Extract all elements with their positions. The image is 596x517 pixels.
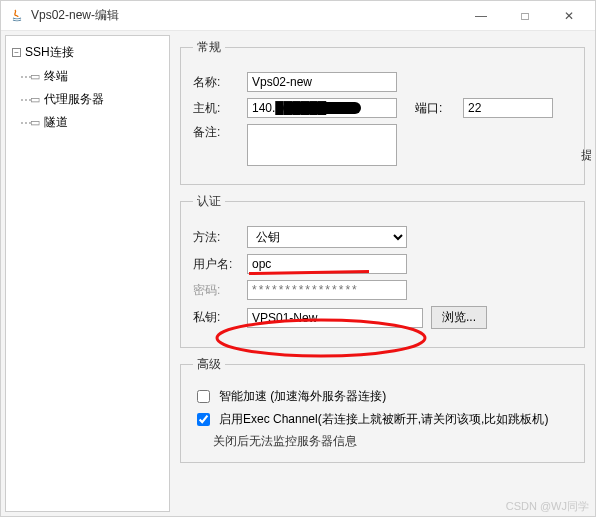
collapse-icon[interactable]: − bbox=[12, 48, 21, 57]
label-host: 主机: bbox=[193, 100, 239, 117]
minimize-button[interactable]: — bbox=[459, 2, 503, 30]
name-input[interactable] bbox=[247, 72, 397, 92]
tree-item-terminal[interactable]: ⋯ ▭ 终端 bbox=[6, 65, 169, 88]
accel-checkbox[interactable] bbox=[197, 390, 210, 403]
group-auth: 认证 方法: 公钥 用户名: 密码: 私钥: bbox=[180, 193, 585, 348]
remark-input[interactable] bbox=[247, 124, 397, 166]
close-button[interactable]: ✕ bbox=[547, 2, 591, 30]
method-select[interactable]: 公钥 bbox=[247, 226, 407, 248]
tree-item-label: 代理服务器 bbox=[44, 91, 104, 108]
exec-checkbox[interactable] bbox=[197, 413, 210, 426]
label-method: 方法: bbox=[193, 229, 239, 246]
label-key: 私钥: bbox=[193, 309, 239, 326]
tree-item-tunnel[interactable]: ⋯ ▭ 隧道 bbox=[6, 111, 169, 134]
tree-item-label: 终端 bbox=[44, 68, 68, 85]
legend-advanced: 高级 bbox=[193, 356, 225, 373]
label-user: 用户名: bbox=[193, 256, 239, 273]
tree-item-proxy[interactable]: ⋯ ▭ 代理服务器 bbox=[6, 88, 169, 111]
legend-auth: 认证 bbox=[193, 193, 225, 210]
group-advanced: 高级 智能加速 (加速海外服务器连接) 启用Exec Channel(若连接上就… bbox=[180, 356, 585, 463]
titlebar: Vps02-new-编辑 — □ ✕ bbox=[1, 1, 595, 31]
sidebar: − SSH连接 ⋯ ▭ 终端 ⋯ ▭ 代理服务器 ⋯ ▭ 隧道 bbox=[5, 35, 170, 512]
window-title: Vps02-new-编辑 bbox=[31, 7, 459, 24]
tree-item-label: 隧道 bbox=[44, 114, 68, 131]
redaction bbox=[283, 102, 361, 114]
main-panel: 常规 名称: 主机: 端口: 备注: 认证 bbox=[174, 35, 591, 512]
password-input bbox=[247, 280, 407, 300]
exec-label: 启用Exec Channel(若连接上就被断开,请关闭该项,比如跳板机) bbox=[219, 411, 548, 428]
legend-general: 常规 bbox=[193, 39, 225, 56]
tree-root-label: SSH连接 bbox=[25, 44, 74, 61]
label-password: 密码: bbox=[193, 282, 239, 299]
label-port: 端口: bbox=[415, 100, 455, 117]
label-name: 名称: bbox=[193, 74, 239, 91]
maximize-button[interactable]: □ bbox=[503, 2, 547, 30]
label-remark: 备注: bbox=[193, 124, 239, 141]
exec-note: 关闭后无法监控服务器信息 bbox=[213, 433, 572, 450]
key-input[interactable] bbox=[247, 308, 423, 328]
browse-button[interactable]: 浏览... bbox=[431, 306, 487, 329]
group-general: 常规 名称: 主机: 端口: 备注: bbox=[180, 39, 585, 185]
watermark: CSDN @WJ同学 bbox=[506, 499, 589, 514]
java-icon bbox=[9, 8, 25, 24]
port-input[interactable] bbox=[463, 98, 553, 118]
edge-text: 提 bbox=[581, 147, 591, 164]
tree-root-ssh[interactable]: − SSH连接 bbox=[6, 40, 169, 65]
accel-label: 智能加速 (加速海外服务器连接) bbox=[219, 388, 386, 405]
